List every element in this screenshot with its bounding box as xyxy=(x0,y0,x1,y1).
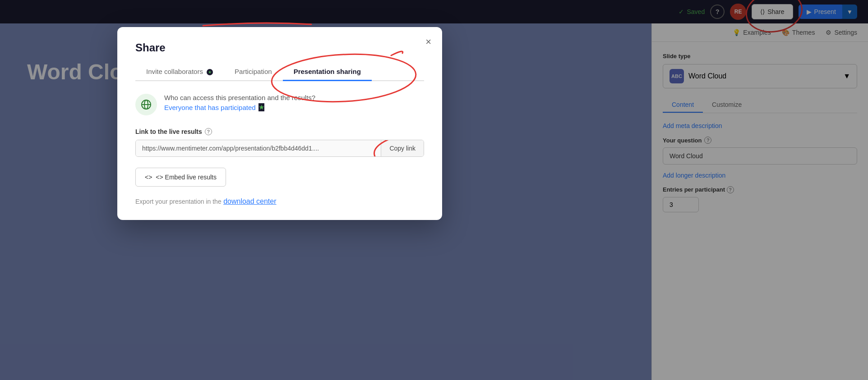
embed-icon: <> xyxy=(145,174,152,181)
access-star-badge: ★ xyxy=(259,103,264,111)
export-static-text: Export your presentation in the xyxy=(135,198,222,205)
link-section: Link to the live results ? Copy link xyxy=(135,128,424,157)
modal-title: Share xyxy=(135,41,424,54)
download-center-link[interactable]: download center xyxy=(223,197,276,205)
invite-star-badge: ★ xyxy=(207,69,213,75)
tab-participation[interactable]: Participation xyxy=(224,63,283,81)
modal-tabs: Invite collaborators ★ Participation Pre… xyxy=(135,63,424,81)
globe-icon-wrap xyxy=(135,94,157,115)
access-question: Who can access this presentation and the… xyxy=(164,94,315,101)
tab-invite-collaborators[interactable]: Invite collaborators ★ xyxy=(135,63,224,81)
app-background: ✓ Saved ? RE ⟨⟩ Share ▶ Present xyxy=(0,0,868,380)
link-help-icon[interactable]: ? xyxy=(205,128,212,135)
tab-presentation-sharing[interactable]: Presentation sharing xyxy=(283,63,372,81)
link-url-input[interactable] xyxy=(136,140,381,156)
modal-overlay: × Share Invite collaborators ★ Participa… xyxy=(0,0,868,380)
copy-link-button[interactable]: Copy link xyxy=(381,140,424,156)
access-text: Who can access this presentation and the… xyxy=(164,94,315,111)
export-text: Export your presentation in the download… xyxy=(135,197,424,206)
link-label: Link to the live results ? xyxy=(135,128,424,135)
embed-live-results-button[interactable]: <> <> Embed live results xyxy=(135,168,226,187)
globe-icon xyxy=(141,99,152,110)
modal-close-button[interactable]: × xyxy=(425,36,431,48)
red-line-annotation xyxy=(199,19,316,28)
share-modal: × Share Invite collaborators ★ Participa… xyxy=(117,27,442,220)
access-value[interactable]: Everyone that has participated ★ xyxy=(164,103,315,111)
link-box: Copy link xyxy=(135,140,424,157)
access-section: Who can access this presentation and the… xyxy=(135,94,424,115)
